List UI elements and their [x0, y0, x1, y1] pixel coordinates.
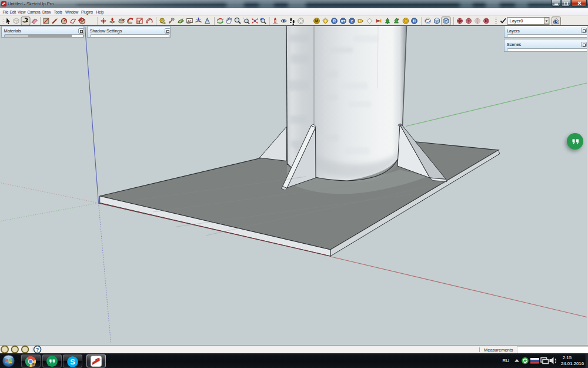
svg-text:Layer0: Layer0 [510, 18, 523, 24]
svg-text:R: R [333, 19, 336, 23]
svg-text:RT: RT [341, 19, 346, 23]
svg-text:?: ? [36, 347, 39, 353]
svg-text:S: S [70, 357, 75, 366]
svg-text:A1: A1 [188, 19, 192, 23]
svg-text:M: M [315, 19, 319, 23]
